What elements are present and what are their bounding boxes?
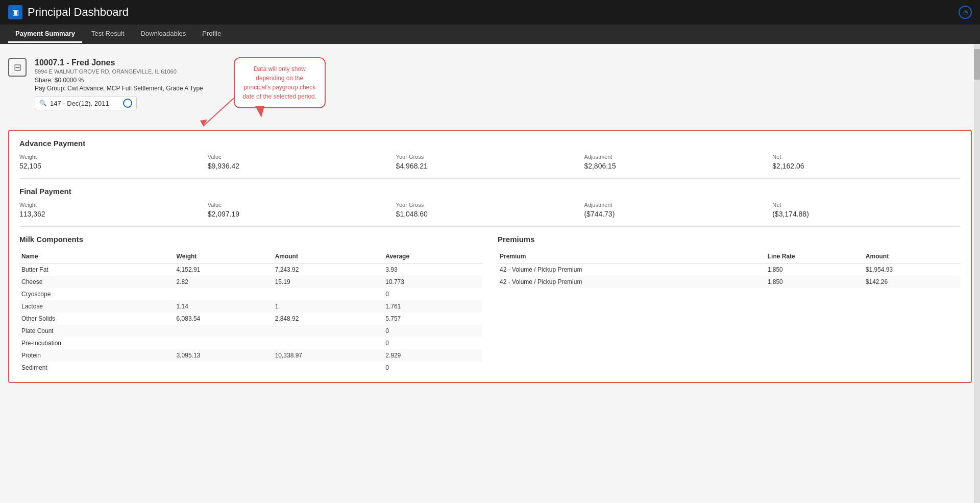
milk-row-amount <box>273 325 384 337</box>
period-value: 147 - Dec(12), 2011 <box>50 100 109 107</box>
milk-row-average: 0 <box>383 362 482 374</box>
milk-row-average: 0 <box>383 325 482 337</box>
final-net-value: ($3,174.88) <box>772 210 961 218</box>
milk-row-weight: 3,095.13 <box>175 349 273 362</box>
premium-col-linerate: Line Rate <box>766 250 864 264</box>
advance-gross-value: $4,968.21 <box>396 162 584 170</box>
milk-row-amount: 10,338.97 <box>273 349 384 362</box>
advance-net-value: $2,162.06 <box>772 162 961 170</box>
milk-row-average: 5.757 <box>383 313 482 325</box>
advance-adjustment-value: $2,806.15 <box>584 162 772 170</box>
milk-row-amount <box>273 337 384 349</box>
milk-components: Milk Components Name Weight Amount Avera… <box>19 235 482 374</box>
milk-row-average: 10.773 <box>383 276 482 288</box>
milk-table-row: Sediment 0 <box>19 362 482 374</box>
milk-row-amount: 7,243.92 <box>273 264 384 276</box>
navbar: Payment SummaryTest ResultDownloadablesP… <box>0 25 980 44</box>
header-logo-icon: ▣ <box>8 5 22 19</box>
milk-row-amount <box>273 362 384 374</box>
premiums-header-row: Premium Line Rate Amount <box>498 250 961 264</box>
search-icon: 🔍 <box>39 100 47 107</box>
nav-item-downloadables[interactable]: Downloadables <box>133 26 193 43</box>
final-gross-value: $1,048.60 <box>396 210 584 218</box>
clock-icon[interactable]: ◔ <box>959 6 972 19</box>
milk-row-average: 1.761 <box>383 300 482 313</box>
header-title: ▣ Principal Dashboard <box>8 5 129 19</box>
milk-table-row: Pre-Incubation 0 <box>19 337 482 349</box>
premium-col-premium: Premium <box>498 250 766 264</box>
profile-name: 10007.1 - Fred Jones <box>35 58 203 67</box>
period-selector[interactable]: 🔍 147 - Dec(12), 2011 <box>35 96 137 110</box>
final-value-label: Value <box>208 202 396 208</box>
profile-info: 10007.1 - Fred Jones 5994 E WALNUT GROVE… <box>35 58 203 110</box>
milk-row-weight: 6,083.54 <box>175 313 273 325</box>
profile-address: 5994 E WALNUT GROVE RD, ORANGEVILLE, IL … <box>35 68 203 75</box>
paygroup-value: Cwt Advance, MCP Full Settlement, Grade … <box>67 85 203 92</box>
premium-row-premium: 42 - Volume / Pickup Premium <box>498 276 766 288</box>
milk-row-average: 0 <box>383 337 482 349</box>
milk-table-row: Butter Fat 4,152.91 7,243.92 3.93 <box>19 264 482 276</box>
milk-table-row: Cryoscope 0 <box>19 288 482 300</box>
share-value: $0.0000 % <box>55 77 84 84</box>
scrollbar[interactable] <box>974 44 980 391</box>
advance-adjustment-col: Adjustment $2,806.15 <box>584 154 772 170</box>
advance-value-label: Value <box>208 154 396 160</box>
milk-row-amount: 15.19 <box>273 276 384 288</box>
profile-icon: ⊟ <box>8 58 27 77</box>
nav-item-payment-summary[interactable]: Payment Summary <box>8 26 82 43</box>
tooltip-container: Data will only show depending on the pri… <box>234 57 326 108</box>
milk-table-header-row: Name Weight Amount Average <box>19 250 482 264</box>
milk-row-average: 3.93 <box>383 264 482 276</box>
milk-table-row: Other Solids 6,083.54 2,848.92 5.757 <box>19 313 482 325</box>
final-adjustment-value: ($744.73) <box>584 210 772 218</box>
advance-adjustment-label: Adjustment <box>584 154 772 160</box>
premium-row-amount: $1,954.93 <box>864 264 961 276</box>
milk-row-average: 0 <box>383 288 482 300</box>
tooltip-text: Data will only show depending on the pri… <box>242 65 316 100</box>
milk-row-weight: 2.82 <box>175 276 273 288</box>
milk-table-row: Cheese 2.82 15.19 10.773 <box>19 276 482 288</box>
app-title: Principal Dashboard <box>28 6 129 19</box>
final-adjustment-label: Adjustment <box>584 202 772 208</box>
advance-gross-col: Your Gross $4,968.21 <box>396 154 584 170</box>
final-net-label: Net <box>772 202 961 208</box>
advance-weight-col: Weight 52,105 <box>19 154 208 170</box>
final-net-col: Net ($3,174.88) <box>772 202 961 218</box>
profile-paygroup: Pay Group: Cwt Advance, MCP Full Settlem… <box>35 85 203 92</box>
period-circle-button[interactable] <box>123 99 132 108</box>
milk-row-weight: 1.14 <box>175 300 273 313</box>
advance-net-label: Net <box>772 154 961 160</box>
final-weight-label: Weight <box>19 202 208 208</box>
milk-row-name: Plate Count <box>19 325 175 337</box>
premiums: Premiums Premium Line Rate Amount 42 - V… <box>498 235 961 374</box>
profile-area: ⊟ 10007.1 - Fred Jones 5994 E WALNUT GRO… <box>8 52 203 118</box>
milk-row-weight <box>175 362 273 374</box>
premium-row-premium: 42 - Volume / Pickup Premium <box>498 264 766 276</box>
milk-row-name: Lactose <box>19 300 175 313</box>
milk-col-weight: Weight <box>175 250 273 264</box>
premiums-table: Premium Line Rate Amount 42 - Volume / P… <box>498 250 961 288</box>
header: ▣ Principal Dashboard ◔ <box>0 0 980 25</box>
lower-section: Milk Components Name Weight Amount Avera… <box>19 235 961 374</box>
advance-payment-section: Advance Payment Weight 52,105 Value $9,9… <box>19 139 961 179</box>
milk-row-name: Sediment <box>19 362 175 374</box>
milk-row-weight <box>175 337 273 349</box>
advance-payment-row: Weight 52,105 Value $9,936.42 Your Gross… <box>19 154 961 170</box>
profile-share: Share: $0.0000 % <box>35 77 203 84</box>
main-content: ⊟ 10007.1 - Fred Jones 5994 E WALNUT GRO… <box>0 44 980 391</box>
final-adjustment-col: Adjustment ($744.73) <box>584 202 772 218</box>
milk-col-amount: Amount <box>273 250 384 264</box>
header-right: ◔ <box>959 6 972 19</box>
milk-row-weight <box>175 325 273 337</box>
milk-row-weight: 4,152.91 <box>175 264 273 276</box>
nav-item-test-result[interactable]: Test Result <box>84 26 131 43</box>
final-payment-row: Weight 113,362 Value $2,097.19 Your Gros… <box>19 202 961 218</box>
scrollbar-thumb[interactable] <box>974 49 980 80</box>
paygroup-label: Pay Group: <box>35 85 66 92</box>
milk-table-row: Protein 3,095.13 10,338.97 2.929 <box>19 349 482 362</box>
svg-line-0 <box>203 98 234 126</box>
nav-item-profile[interactable]: Profile <box>195 26 228 43</box>
milk-row-amount <box>273 288 384 300</box>
premium-col-amount: Amount <box>864 250 961 264</box>
premiums-title: Premiums <box>498 235 961 244</box>
